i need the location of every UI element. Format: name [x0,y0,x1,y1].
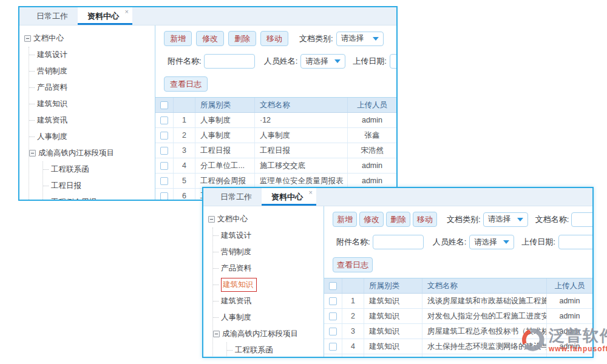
row-category: 建筑知识 [364,324,422,339]
edit-button[interactable]: 修改 [359,212,384,227]
row-checkbox[interactable] [160,177,168,185]
upload-date-input[interactable] [390,54,396,69]
tree-item-marketing-system[interactable]: 营销制度 [29,63,155,79]
table-row[interactable]: 5 建筑知识 2018标准化监理项目部(业主项目部)... admin [324,354,592,357]
row-uploader: admin [547,354,592,357]
tree-item-label: 产品资料 [37,83,67,93]
upload-date-input[interactable] [558,235,592,249]
attachment-name-input[interactable] [373,235,424,249]
tree-connector [29,120,35,121]
edit-button[interactable]: 修改 [196,31,224,46]
doc-category-value: 请选择 [341,33,364,44]
tree-item-building-news[interactable]: 建筑资讯 [29,112,155,129]
delete-button[interactable]: 删除 [386,212,410,227]
view-log-button[interactable]: 查看日志 [164,76,208,92]
row-index: 1 [174,113,195,127]
tree-item-contact-letter[interactable]: 工程联系函 [227,342,324,357]
close-icon[interactable]: × [125,8,129,15]
tab-daily-work[interactable]: 日常工作 [27,7,78,25]
row-checkbox[interactable] [329,343,337,351]
tree-item-building-design[interactable]: 建筑设计 [213,228,324,244]
tree-root-document-center[interactable]: 文档中心 [24,30,155,47]
index-column-header [342,278,364,293]
collapse-icon[interactable] [24,35,31,42]
delete-button[interactable]: 删除 [228,31,256,46]
table-row[interactable]: 1 人事制度 ·12 admin [155,113,396,128]
collapse-icon[interactable] [208,216,215,223]
tree-item-label: 工程日报 [51,181,81,191]
tree-item-building-design[interactable]: 建筑设计 [29,47,155,63]
add-button[interactable]: 新增 [164,31,192,46]
tree-item-daily-report[interactable]: 工程日报 [43,178,155,194]
table-row[interactable]: 2 建筑知识 对发包人指定分包的工程施工进度安... admin [324,309,592,324]
select-all-checkbox[interactable] [329,282,337,290]
table-row[interactable]: 1 建筑知识 浅谈房屋建筑和市政基础设施工程施... admin [324,294,592,309]
tree-item-hr-system[interactable]: 人事制度 [29,129,155,145]
table-header-row: 所属别类 文档名称 上传人员 [324,278,592,294]
row-checkbox[interactable] [160,192,168,200]
tree-node-project-label: 成渝高铁内江标段项目 [38,148,114,158]
select-all-checkbox[interactable] [160,101,168,109]
tree-item-product-data[interactable]: 产品资料 [213,260,324,277]
tab-data-center[interactable]: 资料中心 × [78,7,132,25]
tree-node-project[interactable]: 成渝高铁内江标段项目 [213,326,324,342]
tree-item-hr-system[interactable]: 人事制度 [213,309,324,326]
doc-name-input[interactable] [571,212,592,227]
tree-item-label: 营销制度 [37,66,67,76]
row-uploader: admin [547,309,592,323]
collapse-icon[interactable] [213,331,220,337]
doc-name-column-header: 文档名称 [255,98,348,112]
doc-category-select[interactable]: 请选择 [483,212,528,227]
tree-item-building-knowledge-selected[interactable]: 建筑知识 [213,277,324,293]
tree-item-marketing-system[interactable]: 营销制度 [213,244,324,260]
tree-connector [213,301,219,302]
tree-item-building-news[interactable]: 建筑资讯 [213,293,324,309]
table-row[interactable]: 4 建筑知识 水土保持生态环境监测网络的建设与... admin [324,339,592,354]
table-row[interactable]: 2 人事制度 人事制度 张鑫 [155,128,396,143]
row-checkbox[interactable] [160,116,168,124]
tree-item-label: 建筑设计 [37,50,67,60]
tree-item-building-knowledge[interactable]: 建筑知识 [29,96,155,112]
close-icon[interactable]: × [309,189,313,196]
tree-connector [43,169,49,170]
row-category: 分工单位工... [195,158,255,173]
collapse-icon[interactable] [29,150,36,157]
upload-date-label: 上传日期: [521,237,555,248]
table-row[interactable]: 3 工程日报 工程日报 宋浩然 [155,143,396,158]
person-name-value: 请选择 [305,56,328,67]
row-checkbox[interactable] [329,297,337,305]
doc-category-value: 请选择 [488,214,511,224]
person-name-select[interactable]: 请选择 [469,235,514,249]
view-log-button[interactable]: 查看日志 [333,257,373,272]
row-checkbox[interactable] [329,328,337,335]
tree-item-weekly-meeting[interactable]: 工程例会周报 [43,194,155,200]
table-row[interactable]: 3 建筑知识 房屋建筑工程总承包投标书（技术标... admin [324,324,592,339]
tree-item-label: 工程联系函 [235,345,273,356]
row-uploader: admin [547,294,592,308]
tree-item-label: 人事制度 [221,312,251,323]
move-button[interactable]: 移动 [413,212,437,227]
attachment-name-input[interactable] [204,54,255,69]
table-row[interactable]: 4 分工单位工... 施工移交交底 admin [155,158,396,174]
document-table: 所属别类 文档名称 上传人员 1 人事制度 ·12 admin 2 [155,97,396,200]
row-category: 建筑知识 [364,339,422,354]
tree-item-label: 产品资料 [221,263,251,274]
tab-data-center[interactable]: 资料中心 × [262,188,316,206]
add-button[interactable]: 新增 [333,212,357,227]
tree-node-project[interactable]: 成渝高铁内江标段项目 [29,145,155,161]
tree-item-contact-letter[interactable]: 工程联系函 [43,161,155,178]
move-button[interactable]: 移动 [260,31,288,46]
tab-daily-work[interactable]: 日常工作 [211,188,262,206]
row-checkbox[interactable] [329,312,337,320]
person-name-select[interactable]: 请选择 [300,54,345,69]
row-checkbox[interactable] [160,147,168,155]
row-index: 2 [174,128,195,143]
index-column-header [174,98,195,112]
row-checkbox[interactable] [160,132,168,140]
tree-root-document-center[interactable]: 文档中心 [208,211,324,228]
tree-connector [29,136,35,137]
document-table: 所属别类 文档名称 上传人员 1 建筑知识 浅谈房屋建筑和市政基础设施工程施..… [324,278,592,357]
tree-item-product-data[interactable]: 产品资料 [29,79,155,96]
row-checkbox[interactable] [160,162,168,170]
doc-category-select[interactable]: 请选择 [336,32,384,46]
